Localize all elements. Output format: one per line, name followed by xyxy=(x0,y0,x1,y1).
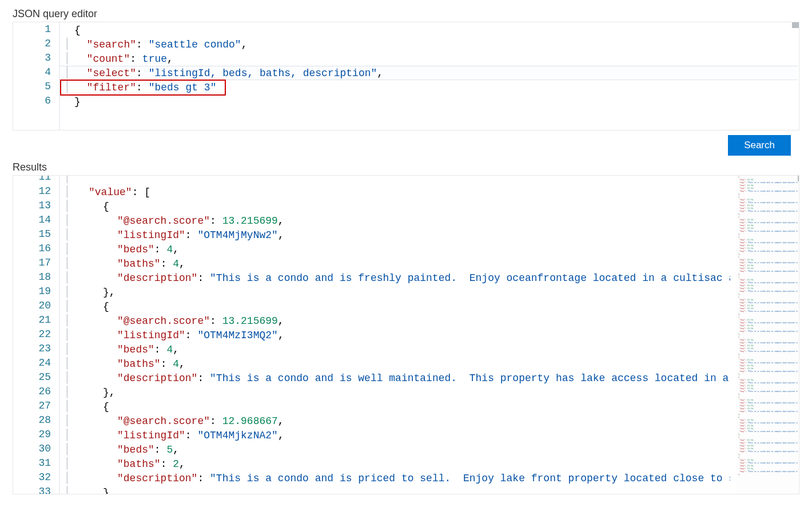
json-query-editor[interactable]: 123456 {│ "search": "seattle condo",│ "c… xyxy=(13,22,799,130)
results-section-label: Results xyxy=(13,161,799,173)
editor-gutter: 123456 xyxy=(13,22,59,130)
results-viewer[interactable]: 1112131415161718192021222324252627282930… xyxy=(13,175,799,494)
editor-code-area[interactable]: {│ "search": "seattle condo",│ "count": … xyxy=(60,22,799,130)
search-button[interactable]: Search xyxy=(728,135,791,156)
results-gutter: 1112131415161718192021222324252627282930… xyxy=(13,175,59,494)
editor-section-label: JSON query editor xyxy=(13,8,799,20)
results-code-area[interactable]: │ │ "value": [│ {│ "@search.score": 13.2… xyxy=(60,175,730,494)
minimap[interactable]: { "key": 12.34, "key": "This is a condo … xyxy=(736,176,798,494)
